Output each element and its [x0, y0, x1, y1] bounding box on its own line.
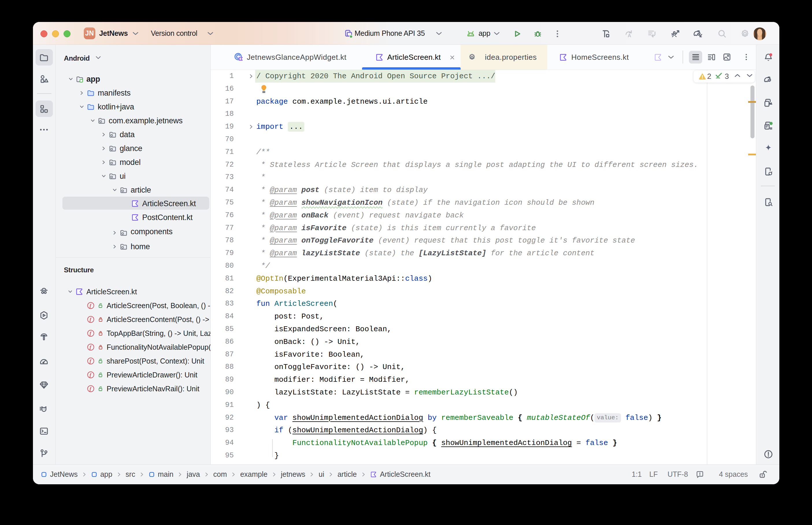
svg-text:f: f: [90, 331, 92, 336]
svg-text:A: A: [628, 33, 631, 39]
svg-text:f: f: [90, 303, 92, 309]
svg-text:f: f: [90, 358, 92, 364]
svg-text:f: f: [90, 345, 92, 350]
svg-text:f: f: [90, 317, 92, 322]
svg-text:f: f: [90, 386, 92, 392]
svg-text:f: f: [90, 372, 92, 378]
